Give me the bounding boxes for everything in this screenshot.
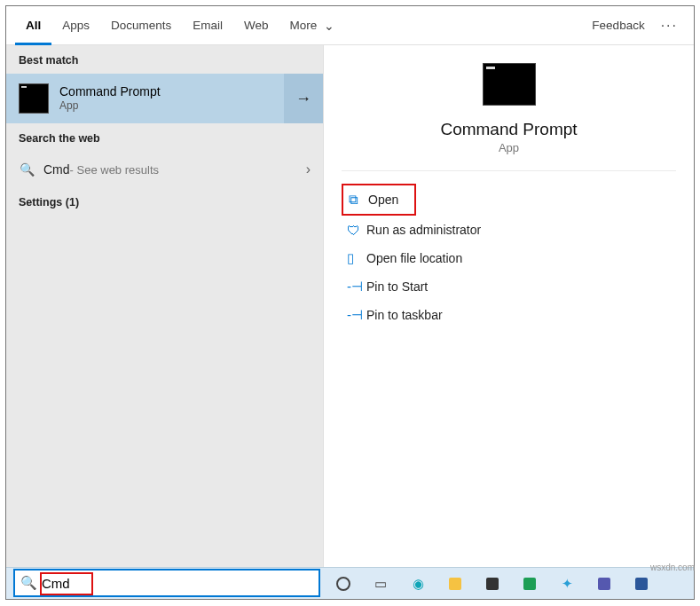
explorer-icon[interactable] <box>446 575 464 593</box>
best-match-header: Best match <box>6 45 323 74</box>
folder-icon: ▯ <box>347 250 366 266</box>
result-type: App <box>59 99 161 112</box>
web-result[interactable]: 🔍 Cmd - See web results › <box>6 152 323 187</box>
action-open-location[interactable]: ▯ Open file location <box>342 244 676 272</box>
app-icon[interactable]: ✦ <box>558 575 576 593</box>
action-pin-start[interactable]: -⊣ Pin to Start <box>342 272 676 301</box>
search-input[interactable] <box>42 576 319 591</box>
tab-apps[interactable]: Apps <box>51 6 100 45</box>
admin-icon: 🛡 <box>347 223 366 238</box>
chevron-down-icon: ⌄ <box>317 19 342 33</box>
edge-icon[interactable]: ◉ <box>409 575 427 593</box>
tab-email[interactable]: Email <box>182 6 233 45</box>
best-match-item[interactable]: Command Prompt App → <box>6 74 323 123</box>
pin-icon: -⊣ <box>347 307 366 323</box>
excel-icon[interactable] <box>521 575 539 593</box>
search-icon: 🔍 <box>15 575 42 591</box>
action-label: Open file location <box>366 251 462 265</box>
teams-icon[interactable] <box>595 575 613 593</box>
result-title: Command Prompt <box>59 85 161 98</box>
action-label: Pin to taskbar <box>366 308 443 322</box>
action-open[interactable]: ⧉ Open <box>343 185 414 214</box>
action-run-admin[interactable]: 🛡 Run as administrator <box>342 216 676 244</box>
search-web-header: Search the web <box>6 123 323 152</box>
web-hint: - See web results <box>70 163 159 177</box>
taskbar-search[interactable]: 🔍 <box>13 569 320 597</box>
preview-type: App <box>499 141 519 154</box>
word-icon[interactable] <box>633 575 650 593</box>
feedback-link[interactable]: Feedback <box>583 19 653 32</box>
action-label: Run as administrator <box>366 223 481 237</box>
tab-web[interactable]: Web <box>233 6 279 45</box>
watermark: wsxdn.com <box>650 563 695 572</box>
tab-more[interactable]: More ⌄ <box>279 6 353 45</box>
search-window: All Apps Documents Email Web More ⌄ Feed… <box>5 5 695 600</box>
web-query: Cmd <box>43 162 70 177</box>
preview-pane: Command Prompt App ⧉ Open 🛡 Run as admin… <box>324 45 694 599</box>
tab-documents[interactable]: Documents <box>100 6 182 45</box>
action-pin-taskbar[interactable]: -⊣ Pin to taskbar <box>342 301 676 329</box>
preview-icon <box>483 63 536 106</box>
settings-header[interactable]: Settings (1) <box>6 187 323 216</box>
results-list: Best match Command Prompt App → Search t… <box>6 45 324 599</box>
preview-title: Command Prompt <box>440 120 577 139</box>
search-icon: 🔍 <box>19 162 35 177</box>
actions-list: ⧉ Open 🛡 Run as administrator ▯ Open fil… <box>324 171 694 329</box>
cortana-icon[interactable] <box>334 575 352 593</box>
filter-tabs: All Apps Documents Email Web More ⌄ Feed… <box>6 6 694 45</box>
action-label: Pin to Start <box>366 279 428 294</box>
expand-arrow-icon[interactable]: → <box>284 74 323 123</box>
tab-all[interactable]: All <box>15 6 51 45</box>
open-icon: ⧉ <box>349 192 368 208</box>
store-icon[interactable] <box>484 575 501 593</box>
chevron-right-icon: › <box>306 161 311 177</box>
action-label: Open <box>368 193 398 207</box>
cmd-icon <box>19 83 49 114</box>
pin-icon: -⊣ <box>347 279 366 295</box>
results-body: Best match Command Prompt App → Search t… <box>6 45 694 599</box>
task-view-icon[interactable]: ▭ <box>372 575 389 593</box>
preview-header: Command Prompt App <box>342 63 676 171</box>
more-options-icon[interactable]: ··· <box>654 18 685 34</box>
